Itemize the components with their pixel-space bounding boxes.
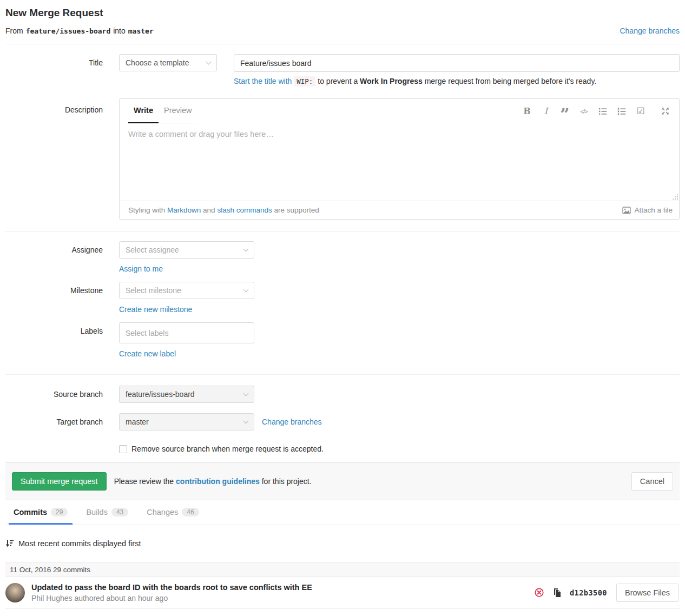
markdown-editor: Write Preview B I ” </> — [119, 98, 680, 220]
title-row: Title Choose a template Start the title … — [5, 54, 680, 85]
numbered-list-icon[interactable] — [616, 106, 627, 117]
changes-count-badge: 46 — [182, 508, 199, 516]
builds-count-badge: 43 — [111, 508, 128, 516]
remove-source-label[interactable]: Remove source branch when merge request … — [131, 445, 324, 453]
avatar — [5, 583, 25, 602]
copy-sha-icon[interactable] — [553, 588, 561, 597]
header-divider — [5, 44, 680, 44]
from-label: From — [5, 27, 23, 35]
create-milestone-link[interactable]: Create new milestone — [119, 305, 192, 314]
cancel-button[interactable]: Cancel — [631, 472, 673, 491]
labels-row: Labels Create new label — [5, 322, 680, 358]
italic-icon[interactable]: I — [541, 106, 551, 117]
chevron-down-icon — [243, 391, 249, 396]
description-textarea[interactable] — [120, 123, 679, 201]
tab-builds[interactable]: Builds 43 — [81, 500, 133, 525]
browse-files-button[interactable]: Browse Files — [616, 584, 679, 602]
quote-icon[interactable]: ” — [559, 106, 570, 117]
commit-title[interactable]: Updated to pass the board ID with the bo… — [31, 582, 535, 593]
title-input[interactable] — [234, 54, 680, 72]
labels-label: Labels — [5, 322, 103, 335]
wip-hint-link[interactable]: Start the title with — [234, 77, 292, 85]
description-label: Description — [5, 98, 103, 114]
target-branch-name: master — [128, 27, 154, 35]
bullet-list-icon[interactable] — [597, 106, 608, 117]
markdown-footer: Styling with Markdown and slash commands… — [120, 201, 679, 219]
branch-summary: From feature/issues-board into master Ch… — [5, 27, 680, 35]
target-branch-select[interactable]: master — [119, 413, 254, 430]
assign-to-me-link[interactable]: Assign to me — [119, 264, 163, 273]
remove-source-checkbox[interactable] — [119, 445, 127, 453]
fullscreen-icon[interactable] — [660, 106, 670, 117]
assignee-select[interactable]: Select assignee — [119, 241, 254, 259]
source-branch-row: Source branch feature/issues-board — [5, 386, 680, 403]
task-list-icon[interactable]: ☑ — [635, 106, 646, 117]
target-branch-row: Target branch master Change branches Rem… — [5, 413, 680, 453]
chevron-down-icon — [243, 287, 249, 293]
into-label: into — [113, 27, 126, 35]
title-label: Title — [5, 54, 103, 67]
tab-changes[interactable]: Changes 46 — [142, 500, 203, 525]
contribution-guidelines-link[interactable]: contribution guidelines — [176, 477, 260, 486]
milestone-label: Milestone — [5, 282, 103, 295]
template-select[interactable]: Choose a template — [119, 54, 217, 71]
sort-desc-icon — [5, 539, 14, 548]
labels-input[interactable] — [119, 322, 254, 343]
source-branch-select[interactable]: feature/issues-board — [119, 386, 254, 403]
write-tab[interactable]: Write — [128, 99, 159, 123]
source-branch-name: feature/issues-board — [26, 27, 111, 35]
assignee-label: Assignee — [5, 241, 103, 254]
section-divider — [5, 231, 680, 232]
chevron-down-icon — [243, 419, 249, 424]
wip-code: WIP: — [294, 76, 315, 87]
commits-group-header: 11 Oct, 2016 29 commits — [5, 562, 680, 577]
preview-tab[interactable]: Preview — [159, 99, 197, 123]
code-icon[interactable]: </> — [578, 106, 589, 117]
submit-merge-request-button[interactable]: Submit merge request — [12, 472, 107, 491]
page: New Merge Request From feature/issues-bo… — [0, 6, 685, 609]
milestone-select[interactable]: Select milestone — [119, 282, 254, 299]
mr-tabs: Commits 29 Builds 43 Changes 46 — [5, 500, 680, 525]
description-row: Description Write Preview B I ” </> — [5, 98, 680, 220]
bold-icon[interactable]: B — [522, 106, 532, 117]
slash-commands-link[interactable]: slash commands — [217, 206, 272, 214]
title-hint: Start the title with WIP: to prevent a W… — [234, 77, 680, 85]
markdown-link[interactable]: Markdown — [167, 206, 201, 214]
template-select-value: Choose a template — [126, 58, 189, 67]
chevron-down-icon — [243, 247, 249, 252]
commit-row: Updated to pass the board ID with the bo… — [5, 577, 680, 609]
image-icon — [622, 206, 631, 215]
form-actions: Submit merge request Please review the c… — [5, 462, 680, 500]
commit-sha: d12b3500 — [570, 588, 607, 597]
sort-note: Most recent commits displayed first — [5, 539, 680, 548]
remove-source-row: Remove source branch when merge request … — [119, 445, 680, 453]
change-branches-link[interactable]: Change branches — [620, 27, 680, 35]
chevron-down-icon — [206, 59, 212, 65]
change-branches-link-2[interactable]: Change branches — [262, 418, 322, 426]
commits-count-badge: 29 — [51, 508, 68, 516]
attach-file-button[interactable]: Attach a file — [622, 206, 673, 215]
tab-commits[interactable]: Commits 29 — [9, 500, 73, 525]
page-title: New Merge Request — [5, 6, 680, 19]
source-branch-label: Source branch — [5, 386, 103, 399]
ci-failed-icon[interactable] — [535, 588, 544, 597]
review-note: Please review the contribution guideline… — [114, 477, 312, 486]
commit-meta: Phil Hughes authored about an hour ago — [31, 594, 535, 602]
section-divider — [5, 374, 680, 375]
create-label-link[interactable]: Create new label — [119, 349, 176, 358]
markdown-toolbar: B I ” </> ☑ — [522, 106, 670, 117]
assignee-row: Assignee Select assignee Assign to me — [5, 241, 680, 273]
target-branch-label: Target branch — [5, 413, 103, 426]
milestone-row: Milestone Select milestone Create new mi… — [5, 282, 680, 314]
